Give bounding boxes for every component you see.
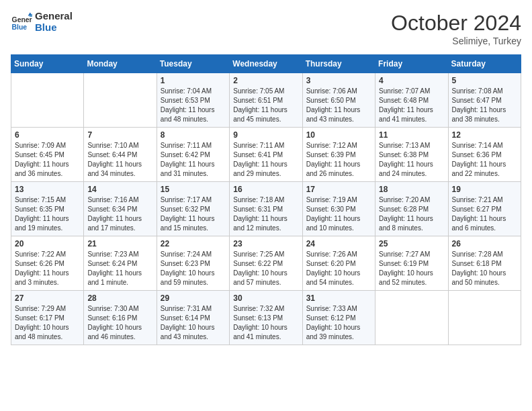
calendar-cell: 15Sunrise: 7:17 AM Sunset: 6:32 PM Dayli…: [157, 182, 229, 236]
svg-text:Blue: Blue: [12, 24, 28, 31]
cell-content: Sunrise: 7:07 AM Sunset: 6:48 PM Dayligh…: [379, 87, 444, 124]
svg-text:General: General: [12, 16, 32, 24]
days-of-week-row: SundayMondayTuesdayWednesdayThursdayFrid…: [11, 55, 521, 73]
calendar-cell: 17Sunrise: 7:19 AM Sunset: 6:30 PM Dayli…: [302, 182, 375, 236]
logo-icon: General Blue: [11, 11, 32, 33]
cell-content: Sunrise: 7:11 AM Sunset: 6:42 PM Dayligh…: [161, 141, 226, 179]
calendar-cell: 31Sunrise: 7:33 AM Sunset: 6:12 PM Dayli…: [302, 291, 375, 345]
cell-content: Sunrise: 7:06 AM Sunset: 6:50 PM Dayligh…: [306, 87, 371, 124]
calendar-week-row: 1Sunrise: 7:04 AM Sunset: 6:53 PM Daylig…: [11, 73, 521, 128]
calendar-cell: 25Sunrise: 7:27 AM Sunset: 6:19 PM Dayli…: [375, 236, 448, 291]
dow-header: Tuesday: [157, 55, 229, 73]
calendar-week-row: 20Sunrise: 7:22 AM Sunset: 6:26 PM Dayli…: [11, 236, 521, 291]
day-number: 21: [87, 239, 152, 248]
cell-content: Sunrise: 7:15 AM Sunset: 6:35 PM Dayligh…: [15, 195, 80, 233]
calendar-week-row: 27Sunrise: 7:29 AM Sunset: 6:17 PM Dayli…: [11, 291, 521, 345]
cell-content: Sunrise: 7:13 AM Sunset: 6:38 PM Dayligh…: [379, 141, 444, 179]
dow-header: Monday: [84, 55, 157, 73]
day-number: 29: [161, 293, 226, 303]
calendar-cell: 3Sunrise: 7:06 AM Sunset: 6:50 PM Daylig…: [302, 73, 375, 128]
calendar-cell: 14Sunrise: 7:16 AM Sunset: 6:34 PM Dayli…: [84, 182, 157, 236]
cell-content: Sunrise: 7:31 AM Sunset: 6:14 PM Dayligh…: [161, 304, 226, 342]
day-number: 31: [306, 293, 371, 303]
calendar-cell: 1Sunrise: 7:04 AM Sunset: 6:53 PM Daylig…: [157, 73, 229, 128]
day-number: 28: [87, 293, 152, 303]
calendar-cell: 23Sunrise: 7:25 AM Sunset: 6:22 PM Dayli…: [230, 236, 302, 291]
calendar-week-row: 13Sunrise: 7:15 AM Sunset: 6:35 PM Dayli…: [11, 182, 521, 236]
cell-content: Sunrise: 7:09 AM Sunset: 6:45 PM Dayligh…: [15, 141, 80, 179]
day-number: 7: [87, 130, 152, 140]
cell-content: Sunrise: 7:12 AM Sunset: 6:39 PM Dayligh…: [306, 141, 371, 179]
cell-content: Sunrise: 7:19 AM Sunset: 6:30 PM Dayligh…: [306, 195, 371, 233]
cell-content: Sunrise: 7:25 AM Sunset: 6:22 PM Dayligh…: [233, 250, 298, 287]
cell-content: Sunrise: 7:14 AM Sunset: 6:36 PM Dayligh…: [452, 141, 517, 179]
calendar-table: SundayMondayTuesdayWednesdayThursdayFrid…: [11, 54, 521, 345]
cell-content: Sunrise: 7:18 AM Sunset: 6:31 PM Dayligh…: [233, 195, 298, 233]
cell-content: Sunrise: 7:32 AM Sunset: 6:13 PM Dayligh…: [233, 304, 298, 342]
cell-content: Sunrise: 7:10 AM Sunset: 6:44 PM Dayligh…: [87, 141, 152, 179]
dow-header: Friday: [375, 55, 448, 73]
logo: General Blue General Blue: [11, 11, 73, 33]
day-number: 24: [306, 239, 371, 248]
calendar-cell: 7Sunrise: 7:10 AM Sunset: 6:44 PM Daylig…: [84, 128, 157, 182]
day-number: 11: [379, 130, 444, 140]
cell-content: Sunrise: 7:30 AM Sunset: 6:16 PM Dayligh…: [87, 304, 152, 342]
cell-content: Sunrise: 7:20 AM Sunset: 6:28 PM Dayligh…: [379, 195, 444, 233]
calendar-cell: [84, 73, 157, 128]
dow-header: Sunday: [11, 55, 84, 73]
dow-header: Thursday: [302, 55, 375, 73]
day-number: 1: [161, 76, 226, 85]
day-number: 3: [306, 76, 371, 85]
calendar-cell: 29Sunrise: 7:31 AM Sunset: 6:14 PM Dayli…: [157, 291, 229, 345]
calendar-cell: 22Sunrise: 7:24 AM Sunset: 6:23 PM Dayli…: [157, 236, 229, 291]
calendar-cell: 10Sunrise: 7:12 AM Sunset: 6:39 PM Dayli…: [302, 128, 375, 182]
day-number: 20: [15, 239, 80, 248]
cell-content: Sunrise: 7:27 AM Sunset: 6:19 PM Dayligh…: [379, 250, 444, 287]
calendar-cell: 6Sunrise: 7:09 AM Sunset: 6:45 PM Daylig…: [11, 128, 84, 182]
calendar-cell: 28Sunrise: 7:30 AM Sunset: 6:16 PM Dayli…: [84, 291, 157, 345]
day-number: 13: [15, 185, 80, 194]
month-title: October 2024: [391, 11, 521, 36]
cell-content: Sunrise: 7:08 AM Sunset: 6:47 PM Dayligh…: [452, 87, 517, 124]
calendar-cell: 12Sunrise: 7:14 AM Sunset: 6:36 PM Dayli…: [448, 128, 521, 182]
day-number: 22: [161, 239, 226, 248]
day-number: 10: [306, 130, 371, 140]
cell-content: Sunrise: 7:24 AM Sunset: 6:23 PM Dayligh…: [161, 250, 226, 287]
cell-content: Sunrise: 7:16 AM Sunset: 6:34 PM Dayligh…: [87, 195, 152, 233]
day-number: 14: [87, 185, 152, 194]
calendar-cell: [448, 291, 521, 345]
title-block: October 2024 Selimiye, Turkey: [391, 11, 521, 46]
day-number: 6: [15, 130, 80, 140]
calendar-cell: 19Sunrise: 7:21 AM Sunset: 6:27 PM Dayli…: [448, 182, 521, 236]
calendar-cell: [11, 73, 84, 128]
day-number: 12: [452, 130, 517, 140]
day-number: 5: [452, 76, 517, 85]
cell-content: Sunrise: 7:26 AM Sunset: 6:20 PM Dayligh…: [306, 250, 371, 287]
cell-content: Sunrise: 7:28 AM Sunset: 6:18 PM Dayligh…: [452, 250, 517, 287]
day-number: 23: [233, 239, 298, 248]
day-number: 17: [306, 185, 371, 194]
calendar-cell: 27Sunrise: 7:29 AM Sunset: 6:17 PM Dayli…: [11, 291, 84, 345]
calendar-cell: 9Sunrise: 7:11 AM Sunset: 6:41 PM Daylig…: [230, 128, 302, 182]
calendar-cell: 11Sunrise: 7:13 AM Sunset: 6:38 PM Dayli…: [375, 128, 448, 182]
day-number: 26: [452, 239, 517, 248]
day-number: 8: [161, 130, 226, 140]
calendar-cell: 18Sunrise: 7:20 AM Sunset: 6:28 PM Dayli…: [375, 182, 448, 236]
logo-text: General Blue: [35, 11, 73, 33]
day-number: 25: [379, 239, 444, 248]
cell-content: Sunrise: 7:05 AM Sunset: 6:51 PM Dayligh…: [233, 87, 298, 124]
calendar-week-row: 6Sunrise: 7:09 AM Sunset: 6:45 PM Daylig…: [11, 128, 521, 182]
cell-content: Sunrise: 7:29 AM Sunset: 6:17 PM Dayligh…: [15, 304, 80, 342]
calendar-cell: 20Sunrise: 7:22 AM Sunset: 6:26 PM Dayli…: [11, 236, 84, 291]
location: Selimiye, Turkey: [391, 36, 521, 46]
day-number: 2: [233, 76, 298, 85]
calendar-cell: 30Sunrise: 7:32 AM Sunset: 6:13 PM Dayli…: [230, 291, 302, 345]
calendar-body: 1Sunrise: 7:04 AM Sunset: 6:53 PM Daylig…: [11, 73, 521, 345]
day-number: 15: [161, 185, 226, 194]
calendar-cell: 4Sunrise: 7:07 AM Sunset: 6:48 PM Daylig…: [375, 73, 448, 128]
dow-header: Wednesday: [230, 55, 302, 73]
day-number: 16: [233, 185, 298, 194]
page-header: General Blue General Blue October 2024 S…: [11, 11, 521, 46]
dow-header: Saturday: [448, 55, 521, 73]
day-number: 19: [452, 185, 517, 194]
